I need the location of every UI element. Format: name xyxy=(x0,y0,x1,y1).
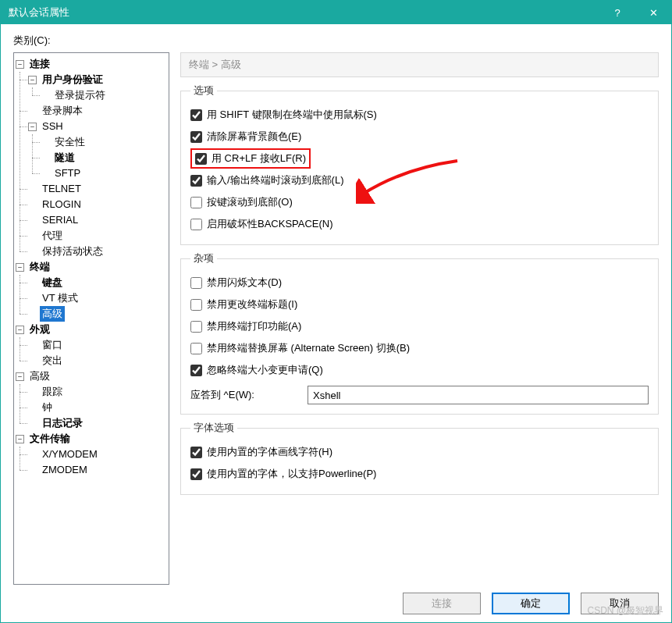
tree-telnet[interactable]: TELNET xyxy=(40,181,84,197)
answerback-label: 应答到 ^E(W): xyxy=(190,388,300,402)
tree-window[interactable]: 窗口 xyxy=(40,337,65,353)
lbl-disable-print: 禁用终端打印功能(A) xyxy=(207,319,301,333)
tree-advanced2[interactable]: 高级 xyxy=(27,368,52,384)
chk-dest-backspace[interactable] xyxy=(190,219,202,230)
dialog-footer: 连接 确定 取消 xyxy=(13,585,659,614)
tree-proxy[interactable]: 代理 xyxy=(40,228,65,244)
expand-icon[interactable]: − xyxy=(16,60,24,69)
tree-connection[interactable]: 连接 xyxy=(27,56,52,72)
tree-login-prompt[interactable]: 登录提示符 xyxy=(52,87,108,103)
lbl-disable-title: 禁用更改终端标题(I) xyxy=(207,297,297,312)
expand-icon[interactable]: − xyxy=(28,123,37,131)
tree-keyboard[interactable]: 键盘 xyxy=(40,275,65,290)
category-label: 类别(C): xyxy=(13,34,659,48)
tree-auth[interactable]: 用户身份验证 xyxy=(40,72,105,87)
options-legend: 选项 xyxy=(190,84,217,98)
tree-terminal[interactable]: 终端 xyxy=(27,259,52,275)
category-tree[interactable]: −连接 −用户身份验证 登录提示符 登录脚本 −SSH xyxy=(13,52,169,585)
tree-keepalive[interactable]: 保持活动状态 xyxy=(40,244,105,259)
crlf-highlight: 用 CR+LF 接收LF(R) xyxy=(190,148,311,169)
chk-builtin-powerline[interactable] xyxy=(190,468,202,480)
connect-button[interactable]: 连接 xyxy=(403,593,481,614)
tree-ssh[interactable]: SSH xyxy=(40,119,66,134)
ok-button[interactable]: 确定 xyxy=(492,593,570,614)
cancel-button[interactable]: 取消 xyxy=(581,593,659,614)
chk-builtin-linedraw[interactable] xyxy=(190,447,202,458)
tree-trace[interactable]: 跟踪 xyxy=(40,384,65,400)
titlebar: 默认会话属性 ? ✕ xyxy=(1,1,671,24)
tree-tunnel[interactable]: 隧道 xyxy=(52,150,77,166)
tree-vt-mode[interactable]: VT 模式 xyxy=(40,290,80,306)
lbl-disable-blink: 禁用闪烁文本(D) xyxy=(207,276,282,290)
tree-xymodem[interactable]: X/YMODEM xyxy=(40,447,100,462)
chk-disable-blink[interactable] xyxy=(190,277,202,289)
expand-icon[interactable]: − xyxy=(16,263,24,272)
tree-bell[interactable]: 钟 xyxy=(40,400,55,415)
fonts-legend: 字体选项 xyxy=(190,421,237,435)
tree-file-transfer[interactable]: 文件传输 xyxy=(27,431,73,447)
chk-disable-print[interactable] xyxy=(190,321,202,333)
tree-highlight[interactable]: 突出 xyxy=(40,353,65,368)
tree-zmodem[interactable]: ZMODEM xyxy=(40,462,90,478)
tree-serial[interactable]: SERIAL xyxy=(40,212,80,228)
fonts-group: 字体选项 使用内置的字体画线字符(H) 使用内置的字体，以支持Powerline… xyxy=(180,421,659,495)
window-title: 默认会话属性 xyxy=(9,5,599,20)
chk-crlf[interactable] xyxy=(195,153,207,165)
lbl-builtin-linedraw: 使用内置的字体画线字符(H) xyxy=(207,445,332,459)
lbl-builtin-powerline: 使用内置的字体，以支持Powerline(P) xyxy=(207,467,376,481)
chk-scroll-io[interactable] xyxy=(190,175,202,187)
tree-logging[interactable]: 日志记录 xyxy=(40,415,85,431)
breadcrumb: 终端 > 高级 xyxy=(180,52,659,77)
chk-clear-bg[interactable] xyxy=(190,131,202,143)
help-button[interactable]: ? xyxy=(599,1,635,24)
lbl-scroll-io: 输入/输出终端时滚动到底部(L) xyxy=(207,173,344,187)
lbl-ignore-resize: 忽略终端大小变更申请(Q) xyxy=(207,363,323,377)
misc-group: 杂项 禁用闪烁文本(D) 禁用更改终端标题(I) 禁用终端打印功能(A) 禁用终… xyxy=(180,251,659,415)
lbl-clear-bg: 清除屏幕背景颜色(E) xyxy=(207,130,301,144)
lbl-crlf: 用 CR+LF 接收LF(R) xyxy=(212,151,306,166)
lbl-scroll-key: 按键滚动到底部(O) xyxy=(207,195,293,209)
tree-sftp[interactable]: SFTP xyxy=(52,166,83,181)
expand-icon[interactable]: − xyxy=(16,372,24,381)
tree-security[interactable]: 安全性 xyxy=(52,134,87,150)
tree-login-script[interactable]: 登录脚本 xyxy=(40,103,85,119)
chk-scroll-key[interactable] xyxy=(190,197,202,208)
chk-shift-mouse[interactable] xyxy=(190,109,202,121)
tree-appearance[interactable]: 外观 xyxy=(27,322,52,337)
expand-icon[interactable]: − xyxy=(16,326,24,334)
tree-advanced[interactable]: 高级 xyxy=(40,306,65,322)
lbl-dest-backspace: 启用破坏性BACKSPACE(N) xyxy=(207,217,333,231)
expand-icon[interactable]: − xyxy=(16,435,24,443)
answerback-input[interactable] xyxy=(308,386,649,404)
tree-rlogin[interactable]: RLOGIN xyxy=(40,197,84,212)
chk-disable-title[interactable] xyxy=(190,299,202,311)
expand-icon[interactable]: − xyxy=(28,76,37,84)
lbl-shift-mouse: 用 SHIFT 键限制在终端中使用鼠标(S) xyxy=(207,108,377,122)
options-group: 选项 用 SHIFT 键限制在终端中使用鼠标(S) 清除屏幕背景颜色(E) 用 … xyxy=(180,84,659,245)
close-button[interactable]: ✕ xyxy=(635,1,671,24)
lbl-disable-altscreen: 禁用终端替换屏幕 (Alternate Screen) 切换(B) xyxy=(207,341,410,355)
chk-disable-altscreen[interactable] xyxy=(190,343,202,354)
chk-ignore-resize[interactable] xyxy=(190,365,202,376)
misc-legend: 杂项 xyxy=(190,251,217,265)
